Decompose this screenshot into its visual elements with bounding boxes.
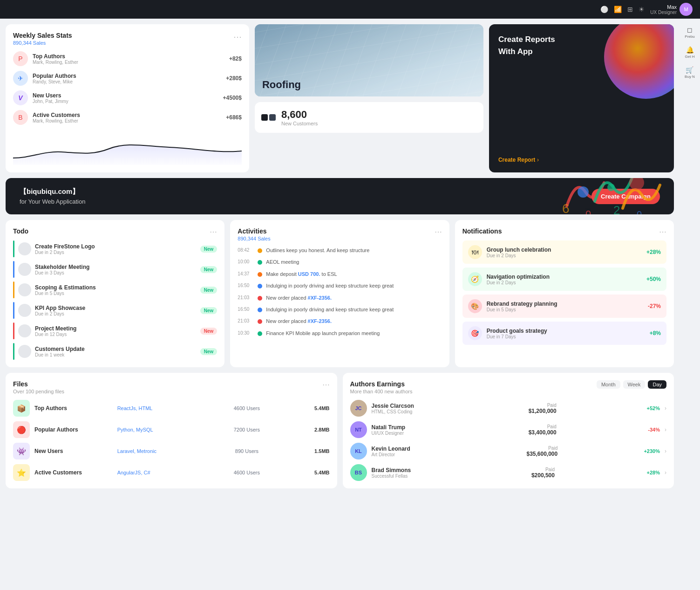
stat-sub: John, Pat, Jimmy [33, 99, 218, 104]
todo-avatar [18, 263, 31, 276]
stat-name: Top Authors [33, 53, 224, 60]
notifications-menu[interactable]: ⋯ [659, 227, 666, 236]
svg-text:6: 6 [562, 201, 570, 214]
stat-value: +4500$ [223, 95, 242, 101]
chevron-right-icon[interactable]: › [665, 448, 666, 454]
topbar: ⚪ 📶 ⊞ ☀ Max UX Designer M [0, 0, 700, 19]
todo-badge: New [200, 246, 217, 253]
signal-icon[interactable]: 📶 [614, 6, 622, 13]
activity-dot [258, 272, 262, 277]
todo-menu[interactable]: ⋯ [210, 227, 217, 236]
brightness-icon[interactable]: ☀ [639, 6, 645, 13]
list-item: ⭐ Active Customers AngularJS, C# 4600 Us… [13, 464, 330, 481]
stats-list: P Top Authors Mark, Rowling, Esther +82$… [13, 51, 242, 125]
todo-avatar [18, 324, 31, 337]
activity-dot [258, 296, 262, 301]
list-item: 08:42 Outlines keep you honest. And keep… [238, 247, 442, 254]
row-3: Todo ⋯ Create FireStone Logo Due in 2 Da… [6, 220, 674, 367]
author-change: -34% [569, 427, 660, 432]
todo-card: Todo ⋯ Create FireStone Logo Due in 2 Da… [6, 220, 224, 367]
activities-title: Activities [238, 227, 442, 235]
chevron-right-icon: › [537, 157, 539, 163]
activities-card: Activities 890,344 Sales ⋯ 08:42 Outline… [230, 220, 449, 367]
authors-earnings-card: Authors Earnings More than 400 new autho… [343, 373, 674, 488]
weekly-sales-card: Weekly Sales Stats 890,344 Sales ⋯ P Top… [6, 24, 249, 172]
row-1: Weekly Sales Stats 890,344 Sales ⋯ P Top… [6, 24, 674, 172]
todo-avatar [18, 304, 31, 317]
author-avatar-kevin: KL [350, 443, 367, 460]
file-icon-active-customers: ⭐ [13, 464, 30, 481]
tab-month[interactable]: Month [597, 380, 620, 389]
todo-stripe [13, 240, 14, 257]
list-item: 📦 Top Authors ReactJs, HTML 4600 Users 5… [13, 400, 330, 417]
stat-name: Active Customers [33, 112, 221, 118]
todo-badge: New [200, 307, 217, 314]
notifications-card: Notifications ⋯ 🍽 Group lunch celebratio… [455, 220, 674, 367]
stat-value: +280$ [226, 75, 242, 82]
top-authors-icon: P [13, 51, 28, 66]
svg-point-1 [578, 186, 589, 198]
todo-avatar [18, 345, 31, 358]
activity-link[interactable]: #XF-2356. [308, 295, 332, 301]
tab-day[interactable]: Day [648, 380, 666, 389]
right-sidebar: ◻ Prebu 🔔 Get H 🛒 Buy N [680, 19, 700, 494]
sidebar-label-buyn: Buy N [685, 75, 695, 79]
activity-dot [258, 260, 262, 265]
sidebar-label-geth: Get H [685, 55, 695, 59]
files-menu[interactable]: ⋯ [322, 380, 330, 389]
sidebar-item-buyn[interactable]: 🛒 Buy N [685, 64, 695, 81]
create-reports-card: Create ReportsWith App Create Report › [489, 24, 674, 172]
popular-authors-icon: ✈ [13, 71, 28, 86]
notif-icon-rebrand: 🎨 [468, 299, 482, 313]
todo-stripe [13, 322, 14, 339]
search-icon[interactable]: ⚪ [600, 6, 608, 13]
author-change: +230% [570, 448, 660, 454]
chevron-right-icon[interactable]: › [665, 426, 666, 433]
activity-dot [258, 319, 262, 324]
todo-avatar [18, 283, 31, 296]
grid-icon[interactable]: ⊞ [627, 6, 633, 13]
mini-icons [261, 114, 276, 121]
sidebar-item-geth[interactable]: 🔔 Get H [685, 44, 695, 61]
chevron-right-icon[interactable]: › [665, 469, 666, 476]
todo-stripe [13, 261, 14, 278]
authors-header: Authors Earnings More than 400 new autho… [350, 380, 667, 394]
notif-value: +8% [650, 330, 661, 336]
campaign-banner: 【biqubiqu.com】 for Your Web Application … [6, 178, 674, 214]
stat-popular-authors: ✈ Popular Authors Randy, Steve, Mike +28… [13, 71, 242, 86]
avatar[interactable]: M [680, 3, 693, 16]
activity-link[interactable]: #XF-2356. [308, 318, 332, 324]
sidebar-label-prebu: Prebu [685, 34, 694, 39]
author-avatar-natali: NT [350, 421, 367, 438]
active-customers-icon: B [13, 110, 28, 125]
sidebar-item-prebu[interactable]: ◻ Prebu [685, 24, 694, 41]
tab-group: Month Week Day [597, 380, 666, 389]
create-report-link[interactable]: Create Report [498, 157, 535, 163]
notif-icon-nav: 🧭 [468, 272, 482, 286]
customers-label: New Customers [281, 121, 318, 126]
notif-icon-goals: 🎯 [468, 326, 482, 340]
stat-value: +686$ [226, 114, 242, 121]
user-profile[interactable]: Max UX Designer M [650, 3, 693, 16]
notif-value: -27% [648, 303, 661, 309]
list-item: 🧭 Navigation optimization Due in 2 Days … [462, 268, 666, 291]
activity-dot [258, 284, 262, 288]
stat-sub: Randy, Steve, Mike [33, 79, 221, 84]
list-item: KPI App Showcase Due in 2 Days New [13, 302, 217, 319]
stat-top-authors: P Top Authors Mark, Rowling, Esther +82$ [13, 51, 242, 66]
file-icon-new-users: 👾 [13, 443, 30, 460]
list-item: 10:30 Finance KPI Mobile app launch prep… [238, 330, 442, 337]
todo-list: Create FireStone Logo Due in 2 Days New … [13, 240, 217, 360]
weekly-sales-menu[interactable]: ⋯ [233, 32, 242, 42]
activities-menu[interactable]: ⋯ [435, 227, 442, 236]
stat-name: New Users [33, 92, 218, 99]
activity-link[interactable]: USD 700. [298, 271, 320, 277]
list-item: 16:50 Indulging in poorly driving and ke… [238, 306, 442, 313]
customers-mini-card: 8,600 New Customers [255, 102, 483, 133]
stat-sub: Mark, Rowling, Esther [33, 118, 221, 123]
weekly-sales-subtitle: 890,344 Sales [13, 40, 242, 46]
todo-avatar [18, 242, 31, 255]
tab-week[interactable]: Week [623, 380, 646, 389]
files-list: 📦 Top Authors ReactJs, HTML 4600 Users 5… [13, 400, 330, 481]
chevron-right-icon[interactable]: › [665, 405, 666, 412]
